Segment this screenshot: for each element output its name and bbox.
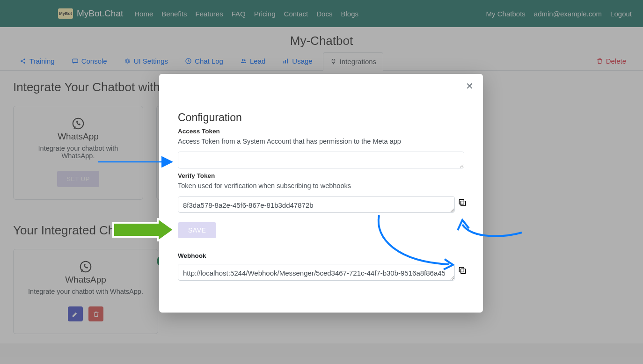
modal-body: Configuration Access Token Access Token … (159, 74, 483, 313)
access-token-input[interactable] (178, 152, 464, 168)
config-modal: ✕ Configuration Access Token Access Toke… (159, 74, 483, 313)
copy-icon (458, 198, 467, 207)
svg-rect-12 (461, 201, 466, 206)
close-icon[interactable]: ✕ (466, 81, 474, 91)
annotation-arrow-blue-1 (98, 156, 178, 167)
save-button[interactable]: SAVE (178, 222, 216, 238)
verify-token-label: Verify Token (178, 172, 464, 179)
access-token-label: Access Token (178, 128, 464, 135)
verify-token-help: Token used for verification when subscri… (178, 182, 464, 189)
access-token-help: Access Token from a System Account that … (178, 138, 464, 145)
modal-title: Configuration (178, 111, 464, 124)
annotation-arrow-green (109, 218, 179, 241)
annotation-arrow-curve-2 (449, 211, 529, 249)
svg-rect-13 (459, 199, 464, 204)
copy-verify-token-button[interactable] (458, 198, 467, 207)
